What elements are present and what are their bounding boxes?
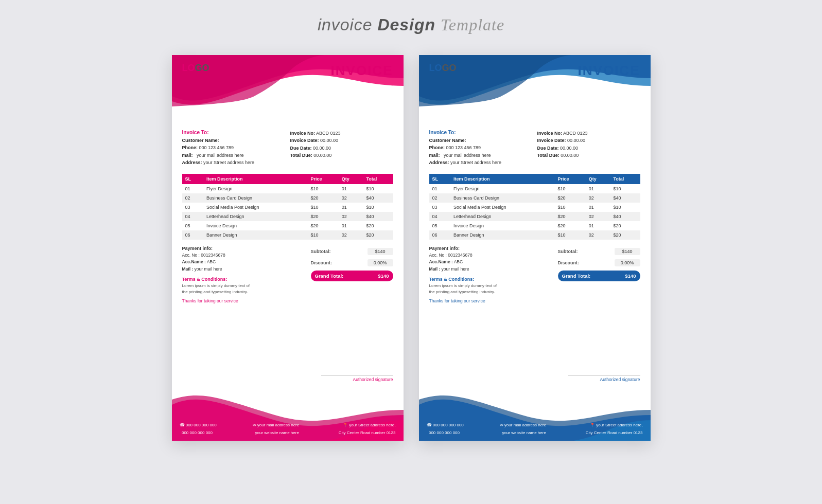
th-total-pink: Total [363,174,393,184]
invoice-title-pink: INVOICE [331,63,393,79]
table-row: 02Business Card Design$2002$40 [429,193,640,203]
footer-info-blue: ☎ 000 000 000 000 000 000 000 000 ✉ your… [419,422,651,437]
info-row-pink: Invoice To: Customer Name: Phone: 000 12… [182,130,393,167]
totals-pink: Subtotal: $140 Discount: 0.00% Grand Tot… [311,246,393,304]
sig-line-blue [568,375,640,375]
logo-pink: LOGO [182,63,209,74]
signature-blue: Authorized signature [419,372,651,384]
grand-total-blue: Grand Total: $140 [558,271,640,281]
info-left-blue: Invoice To: Customer Name: Phone: 000 12… [429,130,532,167]
invoice-pink: LOGO INVOICE Invoice To: Customer Name: … [172,55,404,441]
invoice-table-blue: SL Item Description Price Qty Total 01Fl… [429,174,640,240]
th-desc-pink: Item Description [203,174,307,184]
th-desc-blue: Item Description [450,174,554,184]
info-row-blue: Invoice To: Customer Name: Phone: 000 12… [429,130,640,167]
sig-line-pink [321,375,393,375]
table-row: 04Letterhead Design$2002$40 [182,212,393,221]
wave-bottom-blue: ☎ 000 000 000 000 000 000 000 000 ✉ your… [419,384,651,441]
payment-terms-pink: Payment info: Acc. No : 0012345678 Acc.N… [182,246,306,304]
page-title: invoice Design Template [318,15,504,34]
invoice-body-pink: Invoice To: Customer Name: Phone: 000 12… [172,122,404,372]
wave-top-blue: LOGO INVOICE [419,55,651,122]
bottom-section-pink: Payment info: Acc. No : 0012345678 Acc.N… [182,246,393,309]
invoice-table-pink: SL Item Description Price Qty Total 01Fl… [182,174,393,240]
payment-terms-blue: Payment info: Acc. No : 0012345678 Acc.N… [429,246,553,304]
table-row: 03Social Media Post Design$1001$10 [429,203,640,212]
table-row: 02Business Card Design$2002$40 [182,193,393,203]
th-qty-pink: Qty [339,174,363,184]
th-sl-blue: SL [429,174,451,184]
table-row: 03Social Media Post Design$1001$10 [182,203,393,212]
bottom-section-blue: Payment info: Acc. No : 0012345678 Acc.N… [429,246,640,309]
invoices-container: LOGO INVOICE Invoice To: Customer Name: … [172,55,651,441]
table-row: 01Flyer Design$1001$10 [182,184,393,193]
th-price-pink: Price [308,174,339,184]
logo-blue: LOGO [429,63,457,74]
wave-top-pink: LOGO INVOICE [172,55,404,122]
table-row: 06Banner Design$1002$20 [429,230,640,240]
table-row: 01Flyer Design$1001$10 [429,184,640,193]
table-row: 05Invoice Design$2001$20 [182,221,393,230]
footer-info-pink: ☎ 000 000 000 000 000 000 000 000 ✉ your… [172,422,404,437]
totals-blue: Subtotal: $140 Discount: 0.00% Grand Tot… [558,246,640,304]
grand-total-pink: Grand Total: $140 [311,271,393,281]
table-row: 06Banner Design$1002$20 [182,230,393,240]
invoice-title-blue: INVOICE [578,63,640,79]
info-right-pink: Invoice No: ABCD 0123 Invoice Date: 00.0… [290,130,393,167]
info-left-pink: Invoice To: Customer Name: Phone: 000 12… [182,130,285,167]
signature-pink: Authorized signature [172,372,404,384]
table-row: 04Letterhead Design$2002$40 [429,212,640,221]
info-right-blue: Invoice No: ABCD 0123 Invoice Date: 00.0… [537,130,640,167]
table-row: 05Invoice Design$2001$20 [429,221,640,230]
th-price-blue: Price [555,174,586,184]
th-total-blue: Total [610,174,640,184]
th-sl-pink: SL [182,174,204,184]
invoice-blue: LOGO INVOICE Invoice To: Customer Name: … [419,55,651,441]
th-qty-blue: Qty [586,174,610,184]
invoice-body-blue: Invoice To: Customer Name: Phone: 000 12… [419,122,651,372]
wave-bottom-pink: ☎ 000 000 000 000 000 000 000 000 ✉ your… [172,384,404,441]
